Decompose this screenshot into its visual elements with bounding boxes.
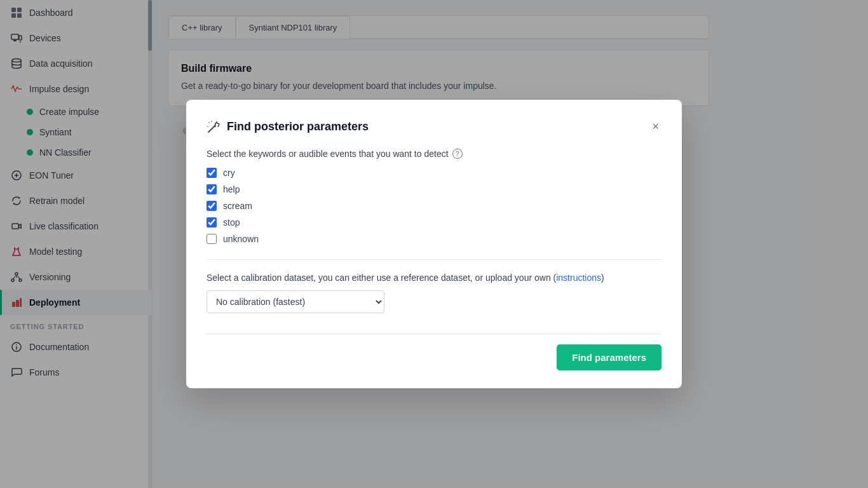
keywords-label: Select the keywords or audible events th… <box>207 149 661 159</box>
modal-divider <box>207 259 661 260</box>
svg-point-23 <box>207 126 208 127</box>
calibration-text-after: ) <box>601 273 604 283</box>
checkbox-stop-input[interactable] <box>207 217 217 227</box>
checkbox-scream-input[interactable] <box>207 201 217 211</box>
wand-icon <box>207 120 220 134</box>
checkbox-scream-label: scream <box>223 201 252 211</box>
checkbox-help[interactable]: help <box>207 184 661 194</box>
calibration-label: Select a calibration dataset, you can ei… <box>207 273 661 283</box>
find-parameters-button[interactable]: Find parameters <box>557 344 661 370</box>
keyword-checkbox-list: cry help scream stop unknown <box>207 168 661 244</box>
calibration-text-before: Select a calibration dataset, you can ei… <box>207 273 556 283</box>
checkbox-stop[interactable]: stop <box>207 217 661 227</box>
modal-footer: Find parameters <box>207 334 661 370</box>
checkbox-help-input[interactable] <box>207 184 217 194</box>
keywords-help-icon[interactable]: ? <box>452 149 463 159</box>
calibration-select[interactable]: No calibration (fastest) Reference datas… <box>207 290 384 313</box>
checkbox-unknown[interactable]: unknown <box>207 234 661 244</box>
modal-title-text: Find posterior parameters <box>227 120 369 133</box>
modal-header: Find posterior parameters × <box>207 118 661 136</box>
checkbox-help-label: help <box>223 184 240 194</box>
modal-title: Find posterior parameters <box>207 120 369 134</box>
svg-point-22 <box>208 122 210 123</box>
checkbox-cry[interactable]: cry <box>207 168 661 178</box>
checkbox-scream[interactable]: scream <box>207 201 661 211</box>
svg-point-24 <box>211 121 212 122</box>
find-posterior-modal: Find posterior parameters × Select the k… <box>186 100 682 388</box>
checkbox-unknown-input[interactable] <box>207 234 217 244</box>
modal-close-button[interactable]: × <box>649 118 661 136</box>
calibration-instructions-link[interactable]: instructions <box>556 273 601 283</box>
checkbox-stop-label: stop <box>223 217 240 227</box>
checkbox-cry-label: cry <box>223 168 235 178</box>
modal-overlay[interactable]: Find posterior parameters × Select the k… <box>0 0 868 488</box>
checkbox-unknown-label: unknown <box>223 234 259 244</box>
svg-point-21 <box>216 121 217 123</box>
checkbox-cry-input[interactable] <box>207 168 217 178</box>
